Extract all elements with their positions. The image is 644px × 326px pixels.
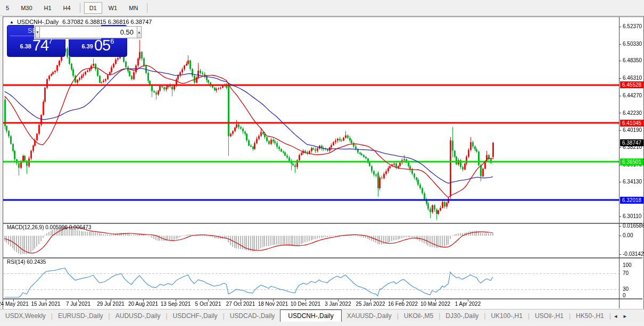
chart-tab-xauusd-daily[interactable]: XAUUSD-,Daily: [342, 310, 397, 322]
rsi-name: RSI(14): [7, 259, 25, 265]
x-axis-date-label: 27 Oct 2021: [226, 301, 255, 307]
x-axis-date-label: 10 Mar 2022: [420, 301, 450, 307]
volume-spinner: ▼ ▲: [35, 26, 101, 39]
x-axis-date-label: 15 Jun 2021: [31, 301, 60, 307]
timeframe-button-w1[interactable]: W1: [103, 2, 123, 14]
rsi-axis-label: 0: [623, 292, 626, 298]
y-axis-price-label: 6.48350: [623, 57, 642, 63]
buy-price: 6.39056: [69, 37, 127, 56]
x-axis-date-label: 25 Jan 2022: [356, 301, 385, 307]
y-axis-price-label: 6.34130: [623, 179, 642, 185]
toolbar-separator: [147, 3, 147, 13]
macd-indicator-label: MACD(12,26,9) 0.005996 0.006473: [7, 224, 91, 230]
chart-tab-dj30-daily[interactable]: DJ30-,Daily: [440, 310, 484, 322]
rsi-axis-label: 70: [623, 270, 629, 276]
timeframe-button-mn[interactable]: MN: [123, 2, 143, 14]
collapse-chart-icon[interactable]: ▲: [10, 20, 14, 24]
y-axis-price-label: 6.30110: [623, 213, 641, 219]
y-axis-price-label: 6.40190: [623, 127, 642, 133]
y-axis-price-label: 6.50330: [623, 41, 642, 47]
sell-price-big: 74: [32, 37, 48, 54]
y-axis-price-label: 6.46310: [623, 75, 642, 81]
timeframe-toolbar: 5M30H1H4D1W1MN: [0, 0, 644, 16]
macd-signal-value: 0.006473: [69, 224, 92, 230]
chart-symbol-label: USDCNH-,Daily: [17, 19, 59, 25]
level-price-label: 6.36501: [620, 158, 643, 165]
x-axis-date-label: 7 Jul 2021: [66, 301, 90, 307]
level-price-label: 6.45528: [620, 81, 643, 88]
macd-axis-label: -0.031421: [623, 251, 644, 257]
buy-price-prefix: 6.39: [82, 43, 93, 49]
chart-tab-ukoil-m5[interactable]: UKOil-,M5: [399, 310, 439, 322]
timeframe-button-h4[interactable]: H4: [58, 2, 76, 14]
sell-price: 6.38747: [7, 37, 65, 56]
macd-name: MACD(12,26,9): [7, 224, 44, 230]
rsi-axis-label: 100: [623, 262, 632, 268]
chart-tab-usoil-h1[interactable]: USOil-,H1: [530, 310, 569, 322]
x-axis-date-label: 16 Feb 2022: [388, 301, 418, 307]
mt4-terminal: 5M30H1H4D1W1MN ▲USDCNH-,Daily6.37082 6.3…: [0, 0, 644, 326]
x-axis-date-label: 13 Sep 2021: [161, 301, 191, 307]
scroll-tabs-left-button[interactable]: ◂: [611, 311, 621, 322]
x-axis-date-label: 10 Dec 2021: [291, 301, 321, 307]
chart-title: ▲USDCNH-,Daily6.37082 6.38815 6.36816 6.…: [10, 19, 152, 25]
chart-tab-audusd-daily[interactable]: AUDUSD-,Daily: [110, 310, 166, 322]
x-axis-date-label: 24 May 2021: [0, 301, 29, 307]
one-click-trading-panel: SELL 6.38747 BUY 6.39056 ▼ ▲: [7, 25, 127, 56]
volume-increase-button[interactable]: ▲: [137, 26, 142, 38]
toolbar-separator: [80, 3, 80, 13]
rsi-indicator-label: RSI(14) 60.2435: [7, 259, 46, 265]
chart-tab-usdx-weekly[interactable]: USDX,Weekly: [0, 310, 51, 322]
x-axis-date-label: 20 Aug 2021: [128, 301, 158, 307]
chart-ohlc-values: 6.37082 6.38815 6.36816 6.38747: [62, 19, 152, 25]
volume-decrease-button[interactable]: ▼: [35, 26, 40, 38]
chart-tab-usdchf-daily[interactable]: USDCHF-,Daily: [168, 310, 223, 322]
buy-price-big: 05: [94, 37, 110, 54]
buy-price-sup: 6: [110, 37, 114, 45]
chart-tab-hk50-h1[interactable]: HK50-,H1: [571, 310, 609, 322]
macd-main-value: 0.005996: [45, 224, 68, 230]
chart-tab-eurusd-daily[interactable]: EURUSD-,Daily: [53, 310, 109, 322]
chart-window: ▲USDCNH-,Daily6.37082 6.38815 6.36816 6.…: [3, 16, 644, 310]
x-axis-date-label: 29 Jul 2021: [97, 301, 125, 307]
timeframe-button-d1[interactable]: D1: [84, 2, 102, 14]
rsi-value: 60.2435: [27, 259, 46, 265]
x-axis-date-label: 18 Nov 2021: [258, 301, 288, 307]
x-axis-date-label: 1 Apr 2022: [455, 301, 481, 307]
timeframe-button-h1[interactable]: H1: [39, 2, 57, 14]
chart-tab-bar: USDX,Weekly|EURUSD-,Daily|AUDUSD-,Daily|…: [0, 309, 644, 322]
timeframe-button-5[interactable]: 5: [1, 2, 14, 14]
y-axis-price-label: 6.44270: [623, 93, 642, 98]
price-chart-canvas[interactable]: [3, 17, 642, 308]
level-price-label: 6.32018: [620, 197, 643, 204]
y-axis-price-label: 6.52370: [623, 23, 642, 29]
macd-axis-label: 0.00: [623, 232, 633, 238]
scroll-tabs-right-button[interactable]: ▸: [620, 311, 630, 322]
volume-input[interactable]: [40, 26, 137, 38]
level-price-label: 6.41045: [620, 120, 643, 127]
current-price-label: 6.38747: [620, 139, 643, 146]
chart-tab-uk100-h1[interactable]: UK100-,H1: [485, 310, 527, 322]
macd-axis-label: 0.016586: [623, 223, 644, 229]
chart-tab-usdcnh-daily[interactable]: USDCNH-,Daily: [280, 310, 341, 323]
y-axis-price-label: 6.42230: [623, 110, 642, 116]
x-axis-date-label: 5 Oct 2021: [195, 301, 221, 307]
status-strip: [0, 322, 644, 326]
sell-price-prefix: 6.38: [20, 43, 31, 49]
x-axis-date-label: 3 Jan 2022: [325, 301, 351, 307]
timeframe-button-m30[interactable]: M30: [15, 2, 37, 14]
chart-tab-usdcad-daily[interactable]: USDCAD-,Daily: [225, 310, 280, 322]
rsi-axis-label: 30: [623, 286, 629, 292]
